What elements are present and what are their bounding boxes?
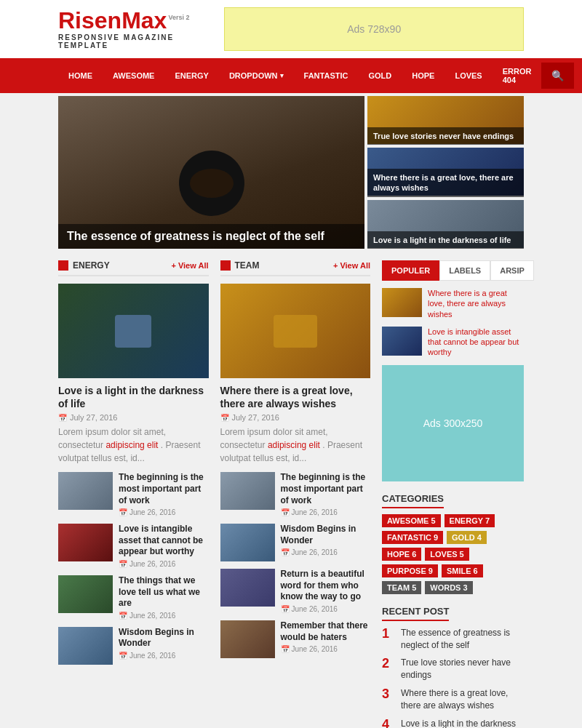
energy-section-header: ENERGY + View All: [58, 260, 209, 276]
small-title-2[interactable]: Love is intangible asset that cannot be …: [119, 524, 209, 558]
cat-words-count: 3: [463, 583, 467, 592]
small-image-love[interactable]: [58, 524, 113, 561]
cat-awesome-count: 5: [431, 516, 435, 525]
team-small-image-3[interactable]: [220, 569, 275, 607]
logo-magazine: MAGAZINE: [124, 33, 174, 41]
small-title-1[interactable]: The beginning is the most important part…: [119, 472, 209, 506]
cat-hope[interactable]: HOPE 6: [382, 548, 421, 561]
nav-gold[interactable]: GOLD: [358, 63, 402, 89]
team-view-all[interactable]: + View All: [333, 261, 370, 270]
team-small-title-4[interactable]: Remember that there would be haters: [281, 620, 371, 643]
team-small-date-1: June 26, 2016: [281, 508, 371, 516]
nav-hope[interactable]: HOPE: [402, 63, 445, 89]
cat-fantastic[interactable]: FANTASTIC 9: [382, 531, 443, 544]
nav-loves[interactable]: LOVES: [445, 63, 492, 89]
nav-fantastic[interactable]: FANTASTIC: [294, 63, 359, 89]
ads-banner-text: Ads 728x90: [347, 23, 401, 35]
recent-2: 2 True love stories never have endings: [382, 657, 524, 681]
nav-error[interactable]: ERROR 404: [493, 58, 542, 93]
sidebar: POPULER LABELS ARSIP Where there is a gr…: [382, 260, 524, 728]
cat-team[interactable]: TEAM 5: [382, 581, 421, 594]
team-main-article: Where there is a great love, there are a…: [220, 284, 371, 465]
energy-article-excerpt: Lorem ipsum dolor sit amet, consectetur …: [58, 425, 209, 465]
recent-text-4[interactable]: Love is a light in the darkness of life: [401, 718, 524, 728]
recent-3: 3 Where there is a great love, there are…: [382, 687, 524, 712]
cat-smile[interactable]: SMILE 6: [442, 564, 483, 577]
cat-awesome[interactable]: AWESOME 5: [382, 514, 441, 527]
team-small-info-3: Return is a beautiful word for them who …: [281, 569, 371, 613]
sidebar-article-image-2[interactable]: [382, 327, 422, 356]
categories-title: CATEGORIES: [382, 493, 444, 508]
cat-purpose[interactable]: PURPOSE 9: [382, 564, 438, 577]
team-article-title[interactable]: Where there is a great love, there are a…: [220, 384, 371, 410]
cat-gold[interactable]: GOLD 4: [447, 531, 487, 544]
sidebar-article-image-1[interactable]: [382, 288, 422, 317]
hero-main[interactable]: The essence of greatness is neglect of t…: [58, 96, 364, 249]
energy-small-4: Wisdom Begins in Wonder June 26, 2016: [58, 627, 209, 665]
people-shape: [274, 315, 317, 348]
tab-arsip[interactable]: ARSIP: [490, 260, 534, 281]
team-small-title-3[interactable]: Return is a beautiful word for them who …: [281, 569, 371, 603]
recent-text-1[interactable]: The essence of greatness is neglect of t…: [401, 627, 524, 652]
hero-side-2[interactable]: Where there is a great love, there are a…: [367, 148, 524, 196]
team-title: TEAM: [220, 260, 260, 271]
nav-home[interactable]: HOME: [58, 63, 103, 89]
team-small-title-2[interactable]: Wisdom Begins in Wonder: [281, 524, 371, 546]
team-excerpt-link[interactable]: adipiscing elit: [268, 440, 320, 450]
nav-awesome[interactable]: AWESOME: [103, 63, 164, 89]
logo-max: Max: [121, 7, 167, 33]
calendar-icon-s3: [119, 612, 127, 620]
categories-section: CATEGORIES AWESOME 5 ENERGY 7 FANTASTIC …: [382, 493, 524, 594]
small-date-2: June 26, 2016: [119, 560, 209, 568]
small-image-wonder[interactable]: [58, 627, 113, 665]
small-title-3[interactable]: The things that we love tell us what we …: [119, 575, 209, 609]
team-title-text: TEAM: [235, 260, 260, 271]
hero-side-1[interactable]: True love stories never have endings: [367, 96, 524, 145]
cat-loves[interactable]: LOVES 5: [425, 548, 469, 561]
team-main-image[interactable]: [220, 284, 371, 378]
calendar-icon-s2: [119, 560, 127, 568]
team-small-title-1[interactable]: The beginning is the most important part…: [281, 472, 371, 506]
energy-article-title[interactable]: Love is a light in the darkness of life: [58, 384, 209, 410]
team-small-info-1: The beginning is the most important part…: [281, 472, 371, 516]
energy-view-all[interactable]: + View All: [171, 261, 208, 270]
search-button[interactable]: 🔍: [541, 63, 574, 89]
hero-side-caption-1: True love stories never have endings: [367, 127, 524, 145]
recent-text-3[interactable]: Where there is a great love, there are a…: [401, 687, 524, 712]
energy-title-text: ENERGY: [73, 260, 110, 271]
sidebar-popular-1: Where there is a great love, there are a…: [382, 288, 524, 319]
tab-labels[interactable]: LABELS: [439, 260, 490, 281]
recent-4: 4 Love is a light in the darkness of lif…: [382, 718, 524, 728]
hero-side-3[interactable]: Love is a light in the darkness of life: [367, 200, 524, 249]
energy-excerpt-link[interactable]: adipiscing elit: [105, 440, 158, 450]
sidebar-article-title-1[interactable]: Where there is a great love, there are a…: [428, 288, 524, 319]
nav-dropdown[interactable]: DROPDOWN: [219, 63, 294, 89]
logo-versi: Versi 2: [168, 14, 189, 21]
small-image-phone[interactable]: [58, 472, 113, 510]
team-small-date-text-2: June 26, 2016: [292, 548, 338, 556]
hero-side-caption-2: Where there is a great love, there are a…: [367, 169, 524, 197]
calendar-icon-t4: [281, 645, 290, 653]
team-small-image-2[interactable]: [220, 524, 275, 561]
sidebar-article-title-2[interactable]: Love is intangible asset that cannot be …: [428, 327, 524, 358]
team-small-image-4[interactable]: [220, 620, 275, 658]
tab-populer[interactable]: POPULER: [382, 260, 439, 281]
small-title-4[interactable]: Wisdom Begins in Wonder: [119, 627, 209, 649]
team-small-1: The beginning is the most important part…: [220, 472, 371, 516]
cat-words[interactable]: WORDS 3: [425, 581, 472, 594]
logo-responsive: RESPONSIVE: [58, 33, 120, 41]
team-article-date: July 27, 2016: [220, 413, 371, 422]
recent-text-2[interactable]: True love stories never have endings: [401, 657, 524, 681]
calendar-icon-t1: [281, 508, 290, 516]
nav-energy[interactable]: ENERGY: [164, 63, 218, 89]
team-small-2: Wisdom Begins in Wonder June 26, 2016: [220, 524, 371, 561]
team-small-image-1[interactable]: [220, 472, 275, 510]
team-small-date-text-1: June 26, 2016: [292, 508, 338, 516]
cat-energy[interactable]: ENERGY 7: [445, 514, 495, 527]
small-image-things[interactable]: [58, 575, 113, 613]
cat-loves-count: 5: [460, 550, 464, 559]
category-tags: AWESOME 5 ENERGY 7 FANTASTIC 9 GOLD 4 HO…: [382, 514, 524, 594]
team-small-info-2: Wisdom Begins in Wonder June 26, 2016: [281, 524, 371, 556]
energy-main-image[interactable]: [58, 284, 209, 378]
recent-num-3: 3: [382, 687, 395, 700]
